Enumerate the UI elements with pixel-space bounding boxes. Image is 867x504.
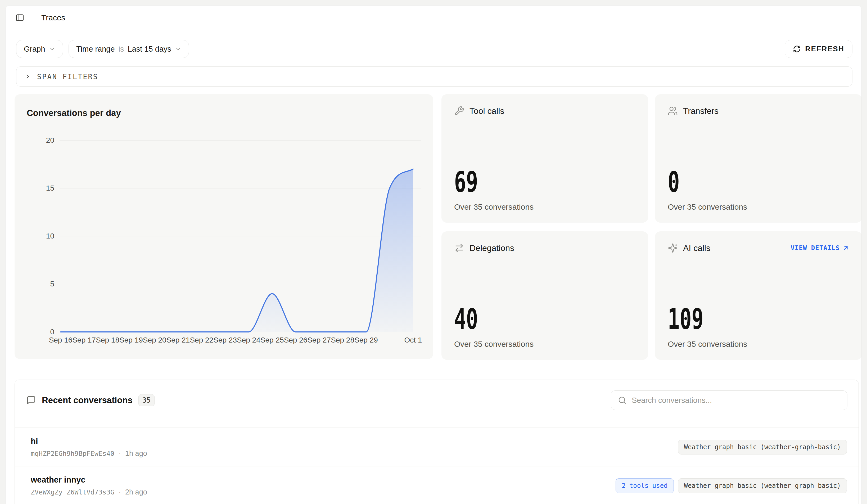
chevron-right-icon (24, 73, 31, 80)
stat-card-value: 40 (454, 305, 581, 333)
stat-card-tool-calls: Tool calls 69 Over 35 conversations (441, 94, 648, 223)
wrench-icon (454, 106, 464, 116)
panel-left-icon (15, 13, 24, 22)
chat-bubble-icon (26, 396, 36, 405)
conversation-id: mqHZP2EGh9h9BpFEwEs40 (31, 450, 114, 458)
search-conversations-box (611, 390, 847, 410)
stat-card-title: AI calls (683, 243, 710, 253)
span-filters-label: SPAN FILTERS (37, 73, 98, 81)
top-bar: Traces (6, 6, 861, 30)
stat-card-value: 109 (668, 305, 795, 333)
conversation-title: weather innyc (31, 475, 147, 485)
conversations-per-day-chart: 05101520Sep 16Sep 17Sep 18Sep 19Sep 20Se… (14, 94, 433, 359)
recent-conversations-title: Recent conversations (42, 395, 132, 405)
stat-card-subtitle: Over 35 conversations (668, 203, 849, 212)
conversation-list: hi mqHZP2EGh9h9BpFEwEs40 · 1h ago Weathe… (15, 428, 858, 504)
search-conversations-input[interactable] (631, 396, 840, 405)
stat-card-title: Delegations (470, 243, 514, 253)
stat-card-value: 69 (454, 168, 581, 196)
time-range-value: Last 15 days (128, 45, 171, 53)
stat-card-subtitle: Over 35 conversations (454, 203, 635, 212)
area-fill (61, 169, 413, 332)
view-details-link[interactable]: VIEW DETAILS (791, 244, 849, 252)
users-icon (668, 106, 678, 116)
view-selector-dropdown[interactable]: Graph (16, 40, 63, 58)
time-range-operator: is (119, 45, 124, 53)
view-details-label: VIEW DETAILS (791, 244, 840, 252)
stat-card-transfers: Transfers 0 Over 35 conversations (655, 94, 862, 223)
refresh-icon (793, 45, 801, 53)
conversation-id: ZVeWXgZy_Z6WltVd73s3G (31, 489, 114, 496)
refresh-label: REFRESH (805, 45, 844, 53)
conversation-row[interactable]: hi mqHZP2EGh9h9BpFEwEs40 · 1h ago Weathe… (15, 428, 858, 466)
stat-card-ai-calls: AI calls VIEW DETAILS 109 Over 35 conver… (655, 231, 862, 360)
conversations-chart-card: Conversations per day 05101520Sep 16Sep … (14, 94, 433, 359)
conversation-row[interactable]: weather innyc ZVeWXgZy_Z6WltVd73s3G · 2h… (15, 466, 858, 504)
agent-tag: Weather graph basic (weather-graph-basic… (678, 478, 847, 493)
page-title: Traces (41, 13, 65, 22)
stat-card-value: 0 (668, 168, 795, 196)
conversation-title: hi (31, 437, 147, 446)
stat-card-delegations: Delegations 40 Over 35 conversations (441, 231, 648, 360)
recent-conversations-card: Recent conversations 35 hi mqHZP2EGh9h9B… (14, 379, 859, 504)
conversation-count-badge: 35 (138, 394, 154, 406)
conversation-time: 1h ago (125, 449, 147, 458)
stat-card-title: Transfers (683, 106, 718, 116)
agent-tag: Weather graph basic (weather-graph-basic… (678, 440, 847, 454)
sparkles-icon (668, 243, 678, 253)
series-line (61, 169, 413, 332)
meta-separator: · (119, 488, 121, 496)
span-filters-toggle[interactable]: SPAN FILTERS (16, 66, 853, 87)
chevron-down-icon (175, 46, 181, 52)
chevron-down-icon (49, 46, 55, 52)
tools-used-tag: 2 tools used (616, 478, 674, 493)
meta-separator: · (119, 449, 121, 458)
chart-canvas (14, 94, 433, 359)
swap-arrows-icon (454, 243, 464, 253)
arrow-up-right-icon (842, 245, 849, 251)
view-selector-label: Graph (24, 45, 45, 53)
stat-card-title: Tool calls (470, 106, 504, 116)
search-icon (618, 396, 627, 405)
recent-conversations-header: Recent conversations 35 (26, 390, 154, 410)
time-range-field: Time range (76, 45, 115, 53)
sidebar-toggle-button[interactable] (11, 9, 28, 26)
topbar-divider (33, 13, 33, 23)
time-range-filter-dropdown[interactable]: Time range is Last 15 days (68, 40, 189, 58)
stat-card-subtitle: Over 35 conversations (668, 340, 849, 348)
conversation-time: 2h ago (125, 488, 147, 496)
refresh-button[interactable]: REFRESH (785, 40, 853, 58)
stat-card-subtitle: Over 35 conversations (454, 340, 635, 348)
main-content-card: Traces Graph Time range is Last 15 days … (5, 5, 862, 504)
